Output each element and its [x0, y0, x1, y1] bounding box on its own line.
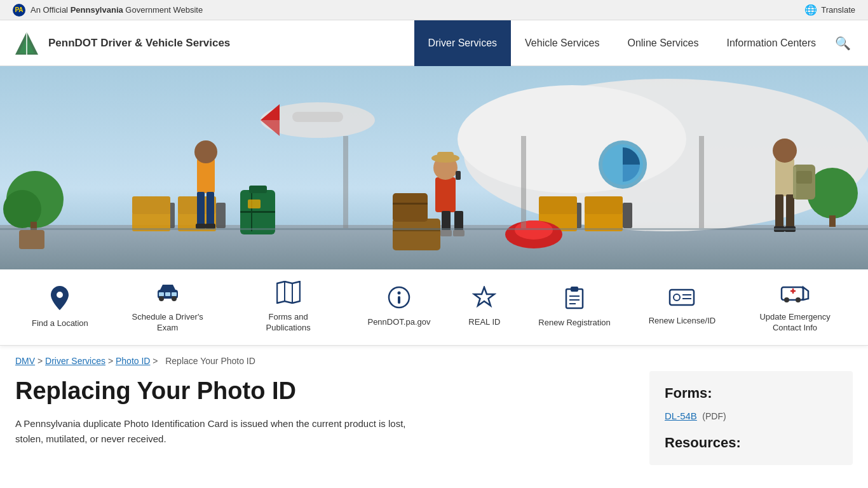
breadcrumb-photo-id[interactable]: Photo ID — [116, 356, 150, 366]
svg-marker-99 — [803, 287, 808, 300]
pa-seal-icon: PA — [13, 4, 25, 17]
breadcrumb-current: Replace Your Photo ID — [165, 356, 255, 366]
main-nav: PennDOT Driver & Vehicle Services Driver… — [0, 20, 868, 66]
find-location-label: Find a Location — [32, 318, 88, 329]
quick-links-bar: Find a Location Schedule a Driver's Exam… — [0, 269, 868, 346]
svg-rect-71 — [343, 136, 348, 228]
site-logo[interactable]: PennDOT Driver & Vehicle Services — [13, 29, 230, 57]
svg-rect-11 — [292, 112, 343, 122]
dl54b-link[interactable]: DL-54B — [665, 410, 697, 421]
svg-rect-58 — [393, 193, 428, 222]
page-description: A Pennsylvania duplicate Photo Identific… — [15, 416, 422, 447]
main-content: Replacing Your Photo ID A Pennsylvania d… — [0, 371, 868, 488]
sidebar-box: Forms: DL-54B (PDF) Resources: — [649, 371, 853, 465]
svg-rect-87 — [398, 296, 400, 304]
schedule-exam-label: Schedule a Driver's Exam — [126, 312, 209, 334]
svg-rect-37 — [240, 211, 275, 213]
resources-section-title: Resources: — [665, 435, 837, 451]
quick-link-penndot[interactable]: PennDOT.pa.gov — [367, 286, 430, 328]
quick-link-forms[interactable]: Forms and Publications — [247, 281, 330, 334]
svg-rect-73 — [699, 136, 704, 228]
svg-rect-65 — [786, 194, 794, 229]
ambulance-icon — [780, 281, 810, 307]
svg-point-78 — [172, 296, 177, 301]
penndot-logo-icon — [13, 29, 41, 57]
forms-label: Forms and Publications — [247, 312, 330, 334]
svg-rect-59 — [393, 203, 428, 205]
search-icon: 🔍 — [835, 36, 851, 51]
svg-rect-56 — [453, 230, 465, 236]
svg-rect-35 — [249, 186, 267, 193]
quick-link-real-id[interactable]: REAL ID — [468, 286, 500, 328]
breadcrumb-sep-3: > — [153, 356, 163, 366]
svg-rect-42 — [623, 203, 632, 228]
location-pin-icon — [48, 285, 71, 313]
real-id-label: REAL ID — [468, 317, 500, 328]
map-icon — [276, 281, 301, 307]
svg-point-77 — [159, 296, 164, 301]
content-left: Replacing Your Photo ID A Pennsylvania d… — [15, 371, 649, 465]
svg-rect-28 — [197, 158, 215, 193]
svg-rect-69 — [796, 171, 812, 184]
official-gov-label: PA An Official Pennsylvania Government W… — [13, 4, 203, 17]
breadcrumb-driver-services[interactable]: Driver Services — [45, 356, 105, 366]
emergency-contact-label: Update Emergency Contact Info — [754, 312, 836, 334]
nav-driver-services[interactable]: Driver Services — [414, 20, 511, 66]
svg-point-100 — [784, 297, 789, 302]
svg-rect-62 — [775, 158, 794, 196]
svg-rect-70 — [793, 166, 796, 198]
svg-rect-33 — [205, 224, 215, 229]
quick-link-renew-registration[interactable]: Renew Registration — [538, 285, 610, 329]
search-button[interactable]: 🔍 — [830, 20, 855, 66]
pdf-label: (PDF) — [702, 411, 726, 421]
breadcrumb-dmv[interactable]: DMV — [15, 356, 35, 366]
svg-rect-26 — [132, 196, 170, 214]
svg-rect-81 — [172, 292, 177, 296]
hero-illustration — [0, 66, 868, 269]
site-name: PennDOT Driver & Vehicle Services — [48, 37, 230, 50]
renew-license-label: Renew License/ID — [649, 316, 716, 327]
svg-rect-49 — [435, 177, 456, 212]
quick-link-emergency[interactable]: Update Emergency Contact Info — [754, 281, 836, 334]
top-bar: PA An Official Pennsylvania Government W… — [0, 0, 868, 20]
quick-link-schedule-exam[interactable]: Schedule a Driver's Exam — [126, 281, 209, 334]
svg-point-7 — [458, 85, 686, 193]
renew-registration-label: Renew Registration — [538, 318, 610, 329]
svg-rect-30 — [197, 192, 205, 227]
svg-rect-80 — [165, 292, 170, 296]
nav-information-centers[interactable]: Information Centers — [712, 20, 830, 66]
clipboard-icon — [564, 285, 585, 313]
nav-links-container: Driver Services Vehicle Services Online … — [414, 20, 855, 65]
content-right: Forms: DL-54B (PDF) Resources: — [649, 371, 853, 465]
svg-rect-47 — [393, 219, 440, 250]
translate-button[interactable]: 🌐 Translate — [804, 4, 855, 16]
forms-section-title: Forms: — [665, 385, 837, 402]
svg-marker-88 — [474, 287, 494, 306]
breadcrumb-sep-2: > — [108, 356, 116, 366]
form-link-row: DL-54B (PDF) — [665, 410, 837, 422]
svg-rect-45 — [539, 196, 577, 214]
svg-point-29 — [194, 140, 217, 163]
svg-rect-74 — [0, 228, 868, 230]
svg-point-86 — [397, 292, 400, 295]
quick-link-find-location[interactable]: Find a Location — [32, 285, 88, 329]
hero-banner — [0, 66, 868, 269]
page-title: Replacing Your Photo ID — [15, 377, 624, 405]
globe-icon: 🌐 — [804, 4, 817, 16]
svg-marker-76 — [160, 285, 175, 290]
svg-rect-89 — [566, 289, 583, 308]
svg-point-101 — [796, 297, 801, 302]
svg-rect-31 — [207, 192, 214, 227]
breadcrumb: DMV > Driver Services > Photo ID > Repla… — [0, 346, 868, 371]
translate-label: Translate — [821, 5, 855, 15]
svg-rect-57 — [456, 171, 461, 180]
quick-link-renew-license[interactable]: Renew License/ID — [649, 287, 716, 327]
nav-online-services[interactable]: Online Services — [613, 20, 712, 66]
svg-rect-64 — [775, 194, 783, 229]
star-icon — [472, 286, 496, 312]
svg-rect-90 — [571, 287, 578, 292]
info-circle-icon — [388, 286, 410, 312]
car-icon — [155, 281, 180, 307]
svg-rect-55 — [440, 230, 452, 236]
nav-vehicle-services[interactable]: Vehicle Services — [511, 20, 613, 66]
